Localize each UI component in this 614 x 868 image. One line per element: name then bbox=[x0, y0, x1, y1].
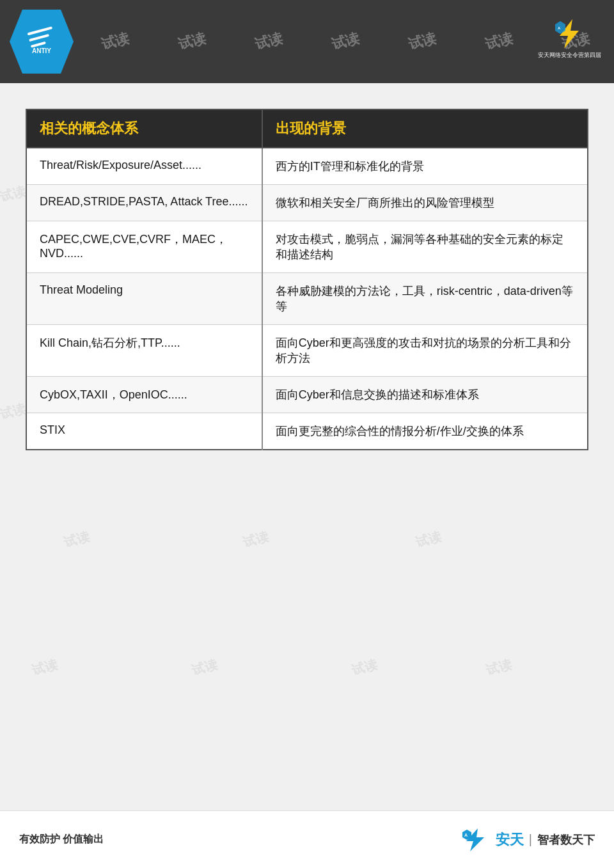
main-wm-14: 试读 bbox=[0, 400, 28, 423]
footer-left-text: 有效防护 价值输出 bbox=[19, 833, 104, 846]
main-wm-5: 试读 bbox=[0, 182, 28, 205]
svg-text:A: A bbox=[558, 26, 561, 30]
main-wm-19: 试读 bbox=[241, 528, 271, 551]
right-logo-text: 安天网络安全令营第四届 bbox=[538, 51, 601, 59]
table-row: CybOX,TAXII，OpenIOC......面向Cyber和信息交换的描述… bbox=[26, 377, 588, 413]
table-cell-col1-4: Kill Chain,钻石分析,TTP...... bbox=[26, 325, 262, 377]
table-cell-col2-1: 微软和相关安全厂商所推出的风险管理模型 bbox=[262, 185, 588, 221]
table-cell-col1-3: Threat Modeling bbox=[26, 273, 262, 325]
table-row: Threat Modeling各种威胁建模的方法论，工具，risk-centri… bbox=[26, 273, 588, 325]
main-content: 试读 试读 试读 试读 试读 试读 试读 试读 试读 试读 试读 试读 试读 试… bbox=[0, 83, 614, 463]
col1-header: 相关的概念体系 bbox=[26, 109, 262, 148]
watermark-5: 试读 bbox=[406, 29, 438, 54]
main-wm-21: 试读 bbox=[30, 656, 59, 679]
footer-logo-sub: 智者数天下 bbox=[537, 832, 595, 848]
watermark-4: 试读 bbox=[329, 29, 361, 54]
header-watermarks: 试读 试读 试读 试读 试读 试读 试读 bbox=[0, 0, 614, 83]
header: ANTIY 试读 试读 试读 试读 试读 试读 试读 A 安天网络安全令营第四届 bbox=[0, 0, 614, 83]
watermark-3: 试读 bbox=[253, 29, 285, 54]
watermark-2: 试读 bbox=[176, 29, 208, 54]
table-cell-col2-5: 面向Cyber和信息交换的描述和标准体系 bbox=[262, 377, 588, 413]
col2-header: 出现的背景 bbox=[262, 109, 588, 148]
table-cell-col1-1: DREAD,STRIDE,PASTA, Attack Tree...... bbox=[26, 185, 262, 221]
table-cell-col2-4: 面向Cyber和更高强度的攻击和对抗的场景的分析工具和分析方法 bbox=[262, 325, 588, 377]
table-row: Threat/Risk/Exposure/Asset......西方的IT管理和… bbox=[26, 148, 588, 185]
logo-line-1 bbox=[28, 26, 53, 35]
table-cell-col2-3: 各种威胁建模的方法论，工具，risk-centric，data-driven等等 bbox=[262, 273, 588, 325]
logo-text: ANTIY bbox=[32, 47, 51, 54]
header-right-logo: A 安天网络安全令营第四届 bbox=[534, 6, 604, 70]
logo-lines bbox=[28, 26, 56, 48]
table-row: Kill Chain,钻石分析,TTP......面向Cyber和更高强度的攻击… bbox=[26, 325, 588, 377]
main-wm-18: 试读 bbox=[62, 528, 91, 551]
watermark-6: 试读 bbox=[483, 29, 515, 54]
main-wm-24: 试读 bbox=[484, 656, 514, 679]
watermark-1: 试读 bbox=[99, 29, 131, 54]
concept-table: 相关的概念体系 出现的背景 Threat/Risk/Exposure/Asset… bbox=[26, 109, 588, 450]
main-wm-20: 试读 bbox=[414, 528, 443, 551]
right-logo-icon: A bbox=[550, 18, 588, 50]
main-wm-22: 试读 bbox=[190, 656, 219, 679]
footer: 有效防护 价值输出 A 安天 | 智者数天下 bbox=[0, 810, 614, 868]
header-logo: ANTIY bbox=[10, 10, 74, 74]
table-cell-col1-0: Threat/Risk/Exposure/Asset...... bbox=[26, 148, 262, 185]
footer-right: A 安天 | 智者数天下 bbox=[459, 827, 595, 853]
footer-separator: | bbox=[529, 832, 532, 847]
table-cell-col1-2: CAPEC,CWE,CVE,CVRF，MAEC，NVD...... bbox=[26, 221, 262, 273]
table-cell-col2-0: 西方的IT管理和标准化的背景 bbox=[262, 148, 588, 185]
table-row: STIX面向更完整的综合性的情报分析/作业/交换的体系 bbox=[26, 413, 588, 450]
table-row: DREAD,STRIDE,PASTA, Attack Tree......微软和… bbox=[26, 185, 588, 221]
table-cell-col1-6: STIX bbox=[26, 413, 262, 450]
table-row: CAPEC,CWE,CVE,CVRF，MAEC，NVD......对攻击模式，脆… bbox=[26, 221, 588, 273]
table-cell-col1-5: CybOX,TAXII，OpenIOC...... bbox=[26, 377, 262, 413]
footer-logo-main: 安天 bbox=[496, 830, 524, 849]
svg-text:A: A bbox=[464, 833, 468, 837]
main-wm-23: 试读 bbox=[350, 656, 379, 679]
table-cell-col2-6: 面向更完整的综合性的情报分析/作业/交换的体系 bbox=[262, 413, 588, 450]
logo-line-2 bbox=[29, 33, 49, 41]
footer-lightning-icon: A bbox=[459, 827, 491, 853]
table-cell-col2-2: 对攻击模式，脆弱点，漏洞等各种基础的安全元素的标定和描述结构 bbox=[262, 221, 588, 273]
